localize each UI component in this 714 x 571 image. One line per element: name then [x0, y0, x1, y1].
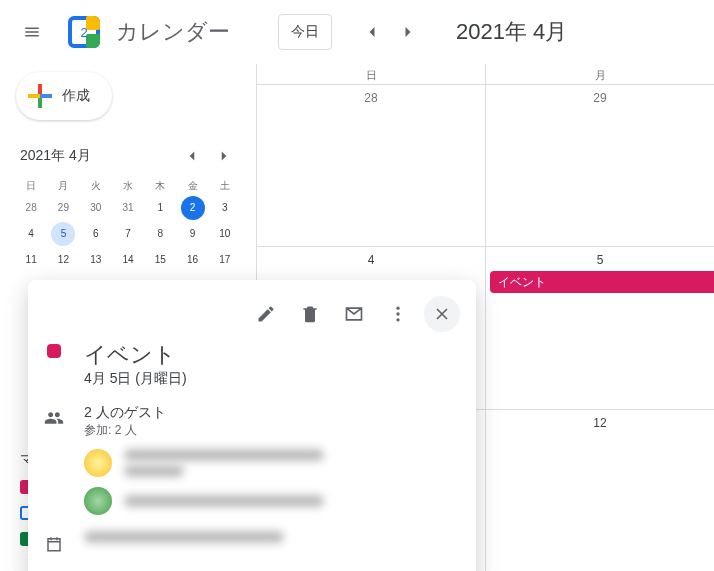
day-number: 12 [486, 410, 714, 430]
email-button[interactable] [336, 296, 372, 332]
prev-month-button[interactable] [356, 16, 388, 48]
next-month-button[interactable] [392, 16, 424, 48]
guests-count: 2 人のゲスト [84, 404, 460, 422]
header: 2 カレンダー 今日 2021年 4月 [0, 0, 714, 64]
month-nav [356, 16, 424, 48]
mini-day[interactable]: 10 [213, 222, 237, 246]
create-label: 作成 [62, 87, 90, 105]
options-button[interactable] [380, 296, 416, 332]
mini-day[interactable]: 1 [148, 196, 172, 220]
mini-day[interactable]: 31 [116, 196, 140, 220]
svg-point-2 [396, 318, 399, 321]
event-popup: イベント 4月 5日 (月曜日) 2 人のゲスト 参加: 2 人 [28, 280, 476, 571]
app-title: カレンダー [116, 17, 230, 47]
menu-icon[interactable] [8, 8, 56, 56]
mini-dow-label: 土 [210, 176, 240, 196]
mini-day[interactable]: 4 [19, 222, 43, 246]
day-cell[interactable]: 12 [486, 410, 714, 571]
week-row: 28 29 [257, 84, 714, 246]
svg-point-1 [396, 312, 399, 315]
guest-item[interactable] [84, 449, 460, 477]
event-date: 4月 5日 (月曜日) [84, 370, 460, 388]
mini-dow-label: 日 [16, 176, 46, 196]
guest-item[interactable] [84, 487, 460, 515]
day-cell[interactable]: 5 イベント [486, 247, 714, 408]
mini-day[interactable]: 29 [51, 196, 75, 220]
day-number: 5 [486, 247, 714, 267]
create-button[interactable]: 作成 [16, 72, 112, 120]
day-number: 28 [257, 85, 485, 105]
calendar-name [84, 531, 284, 543]
event-color-icon [47, 344, 61, 358]
mini-day[interactable]: 3 [213, 196, 237, 220]
mini-day[interactable]: 2 [181, 196, 205, 220]
people-icon [44, 404, 64, 515]
guest-email [124, 495, 324, 507]
mini-day[interactable]: 17 [213, 248, 237, 272]
mini-day[interactable]: 7 [116, 222, 140, 246]
mini-day[interactable]: 6 [84, 222, 108, 246]
mini-day[interactable]: 14 [116, 248, 140, 272]
svg-point-0 [396, 307, 399, 310]
delete-button[interactable] [292, 296, 328, 332]
mini-day[interactable]: 12 [51, 248, 75, 272]
day-cell[interactable]: 29 [486, 85, 714, 246]
mini-dow-label: 火 [81, 176, 111, 196]
mini-day[interactable]: 13 [84, 248, 108, 272]
guests-status: 参加: 2 人 [84, 422, 460, 439]
mini-day[interactable]: 28 [19, 196, 43, 220]
calendar-icon [44, 531, 64, 553]
mini-cal-title: 2021年 4月 [20, 147, 91, 165]
mini-next-button[interactable] [212, 144, 236, 168]
mini-dow-label: 水 [113, 176, 143, 196]
day-number: 29 [486, 85, 714, 105]
mini-prev-button[interactable] [180, 144, 204, 168]
mini-day[interactable]: 5 [51, 222, 75, 246]
plus-icon [28, 84, 52, 108]
mini-day[interactable]: 8 [148, 222, 172, 246]
mini-dow-label: 木 [145, 176, 175, 196]
mini-day[interactable]: 30 [84, 196, 108, 220]
logo-date: 2 [80, 25, 87, 40]
current-month-label: 2021年 4月 [456, 17, 567, 47]
avatar [84, 487, 112, 515]
guest-email [124, 449, 324, 461]
edit-button[interactable] [248, 296, 284, 332]
mini-cal-grid: 日月火水木金土 [16, 176, 240, 196]
mini-day[interactable]: 9 [181, 222, 205, 246]
popup-actions [44, 296, 460, 332]
mini-day[interactable]: 11 [19, 248, 43, 272]
mini-dow-label: 月 [48, 176, 78, 196]
avatar [84, 449, 112, 477]
day-number: 4 [257, 247, 485, 267]
mini-calendar: 2021年 4月 日月火水木金土 28293031123456789101112… [16, 144, 240, 272]
today-button[interactable]: 今日 [278, 14, 332, 50]
close-button[interactable] [424, 296, 460, 332]
dow-row: 日月 [257, 64, 714, 84]
mini-dow-label: 金 [177, 176, 207, 196]
dow-label: 日 [257, 64, 486, 84]
dow-label: 月 [486, 64, 714, 84]
mini-day[interactable]: 16 [181, 248, 205, 272]
event-chip[interactable]: イベント [490, 271, 714, 293]
mini-day[interactable]: 15 [148, 248, 172, 272]
app-logo: 2 [64, 12, 104, 52]
event-title: イベント [84, 340, 460, 370]
day-cell[interactable]: 28 [257, 85, 486, 246]
